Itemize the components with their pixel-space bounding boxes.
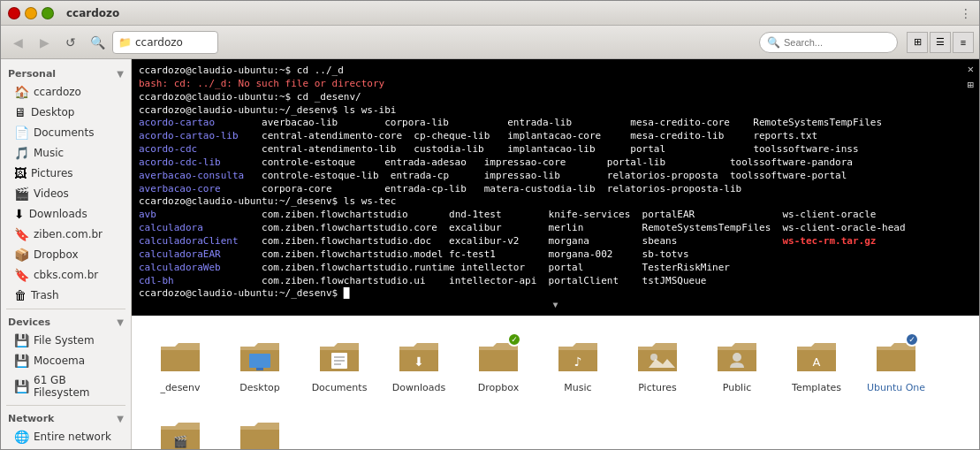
folder-svg-documents bbox=[318, 339, 361, 375]
minimize-button[interactable] bbox=[25, 7, 37, 19]
folder-icon-wrap-desenv bbox=[159, 336, 201, 378]
close-button[interactable] bbox=[8, 7, 20, 19]
svg-text:🎬: 🎬 bbox=[173, 434, 188, 449]
sidebar-item-dropbox[interactable]: 📦 Dropbox bbox=[4, 245, 128, 264]
sidebar-item-61gb[interactable]: 💾 61 GB Filesystem bbox=[4, 371, 128, 401]
scroll-down-indicator[interactable]: ▼ bbox=[552, 301, 558, 310]
file-item-workspace[interactable]: workspace bbox=[220, 404, 300, 449]
sidebar-item-filesystem[interactable]: 💾 File System bbox=[4, 331, 128, 350]
personal-section-arrow[interactable]: ▼ bbox=[117, 69, 124, 79]
file-item-pictures[interactable]: Pictures bbox=[618, 324, 697, 404]
file-label-public: Public bbox=[723, 382, 752, 393]
mocoema-icon: 💾 bbox=[14, 354, 29, 368]
file-label-ubuntu-one: Ubuntu One bbox=[867, 382, 925, 393]
icon-view-button[interactable]: ⊞ bbox=[907, 32, 928, 53]
dropbox-badge: ✓ bbox=[507, 332, 521, 347]
file-item-music[interactable]: ♪ Music bbox=[538, 324, 618, 404]
devices-section-arrow[interactable]: ▼ bbox=[117, 317, 124, 327]
svg-rect-0 bbox=[249, 354, 270, 368]
folder-icon-wrap-music: ♪ bbox=[557, 336, 599, 378]
sidebar-item-videos[interactable]: 🎬 Videos bbox=[4, 184, 128, 203]
view-buttons: ⊞ ☰ ≡ bbox=[907, 32, 974, 53]
folder-svg-templates: A bbox=[795, 339, 838, 375]
network-icon: 🌐 bbox=[14, 430, 29, 444]
sidebar-label-desktop: Desktop bbox=[31, 106, 75, 118]
sidebar-label-ccardozo: ccardozo bbox=[34, 86, 81, 98]
compact-view-button[interactable]: ≡ bbox=[953, 32, 974, 53]
search-button[interactable]: 🔍 bbox=[86, 31, 109, 54]
file-item-dropbox[interactable]: ✓ Dropbox bbox=[459, 324, 538, 404]
address-text: ccardozo bbox=[135, 36, 183, 49]
sidebar-label-mocoema: Mocoema bbox=[34, 355, 85, 367]
sidebar-item-downloads[interactable]: ⬇ Downloads bbox=[4, 204, 128, 224]
address-folder-icon: 📁 bbox=[118, 36, 132, 49]
folder-svg-desktop bbox=[239, 339, 281, 375]
search-bar[interactable]: 🔍 bbox=[759, 32, 898, 53]
file-item-documents[interactable]: Documents bbox=[300, 324, 379, 404]
documents-icon: 📄 bbox=[14, 126, 29, 140]
terminal[interactable]: ✕ ⊞ ccardozo@claudio-ubuntu:~$ cd ../_d … bbox=[132, 59, 979, 316]
devices-section-header: Devices ▼ bbox=[1, 313, 131, 330]
sidebar-label-cbks: cbks.com.br bbox=[34, 269, 98, 281]
folder-icon-wrap-templates: A bbox=[795, 336, 838, 378]
videos-icon: 🎬 bbox=[14, 187, 29, 201]
file-item-public[interactable]: Public bbox=[697, 324, 777, 404]
sidebar-label-documents: Documents bbox=[34, 126, 94, 139]
titlebar: ccardozo ⋮ bbox=[1, 1, 979, 26]
file-item-desktop[interactable]: Desktop bbox=[220, 324, 300, 404]
sidebar-item-ccardozo[interactable]: 🏠 ccardozo bbox=[4, 82, 128, 102]
folder-icon-wrap-documents bbox=[318, 336, 361, 378]
sidebar-item-trash[interactable]: 🗑 Trash bbox=[4, 286, 128, 305]
file-item-ubuntu-one[interactable]: ✓ Ubuntu One bbox=[856, 324, 936, 404]
file-item-videos[interactable]: 🎬 Videos bbox=[141, 404, 220, 449]
maximize-button[interactable] bbox=[42, 7, 54, 19]
main-window: ccardozo ⋮ ◀ ▶ ↺ 🔍 📁 ccardozo 🔍 ⊞ ☰ ≡ Pe… bbox=[0, 0, 980, 450]
sidebar-item-pictures[interactable]: 🖼 Pictures bbox=[4, 164, 128, 183]
sidebar-item-ziben[interactable]: 🔖 ziben.com.br bbox=[4, 225, 128, 244]
content-area: ✕ ⊞ ccardozo@claudio-ubuntu:~$ cd ../_d … bbox=[132, 59, 979, 449]
files-grid: _desenv Desktop bbox=[132, 316, 979, 449]
svg-point-9 bbox=[733, 353, 741, 362]
toolbar: ◀ ▶ ↺ 🔍 📁 ccardozo 🔍 ⊞ ☰ ≡ bbox=[1, 26, 979, 59]
bookmark-icon: 🔖 bbox=[14, 227, 29, 241]
filesystem-icon: 💾 bbox=[14, 333, 29, 347]
sidebar-label-videos: Videos bbox=[34, 187, 69, 200]
sidebar-label-ziben: ziben.com.br bbox=[34, 228, 103, 240]
folder-svg-videos: 🎬 bbox=[159, 419, 201, 450]
svg-text:⬇: ⬇ bbox=[414, 355, 424, 369]
ubuntu-one-badge: ✓ bbox=[905, 332, 919, 347]
divider-1 bbox=[6, 309, 125, 309]
sidebar-item-entire-network[interactable]: 🌐 Entire network bbox=[4, 427, 128, 446]
window-title: ccardozo bbox=[66, 7, 119, 19]
file-label-pictures: Pictures bbox=[638, 382, 677, 393]
search-input[interactable] bbox=[784, 37, 890, 48]
folder-svg-public bbox=[716, 339, 758, 375]
address-bar[interactable]: 📁 ccardozo bbox=[112, 31, 218, 54]
search-icon: 🔍 bbox=[767, 36, 780, 49]
sidebar-item-music[interactable]: 🎵 Music bbox=[4, 143, 128, 163]
file-item-downloads[interactable]: ⬇ Downloads bbox=[379, 324, 459, 404]
file-item-desenv[interactable]: _desenv bbox=[141, 324, 220, 404]
file-item-templates[interactable]: A Templates bbox=[777, 324, 856, 404]
window-menu-icon[interactable]: ⋮ bbox=[960, 6, 972, 20]
disk-icon: 💾 bbox=[14, 379, 29, 393]
forward-button[interactable]: ▶ bbox=[33, 31, 56, 54]
personal-section-header: Personal ▼ bbox=[1, 65, 131, 81]
svg-text:A: A bbox=[813, 355, 821, 369]
sidebar-item-documents[interactable]: 📄 Documents bbox=[4, 123, 128, 142]
file-label-downloads: Downloads bbox=[392, 382, 445, 393]
network-section-arrow[interactable]: ▼ bbox=[117, 414, 124, 423]
sidebar-item-cbks[interactable]: 🔖 cbks.com.br bbox=[4, 265, 128, 285]
folder-icon-wrap-dropbox: ✓ bbox=[477, 336, 520, 378]
sidebar-item-mocoema[interactable]: 💾 Mocoema bbox=[4, 351, 128, 370]
terminal-close-icon[interactable]: ✕ bbox=[968, 63, 974, 76]
sidebar-label-dropbox: Dropbox bbox=[34, 248, 79, 261]
list-view-button[interactable]: ☰ bbox=[930, 32, 951, 53]
back-button[interactable]: ◀ bbox=[6, 31, 29, 54]
terminal-expand-icon[interactable]: ⊞ bbox=[968, 79, 974, 92]
refresh-button[interactable]: ↺ bbox=[59, 31, 82, 54]
folder-svg-music: ♪ bbox=[557, 339, 599, 375]
file-label-desenv: _desenv bbox=[160, 382, 200, 393]
bookmark2-icon: 🔖 bbox=[14, 268, 29, 282]
sidebar-item-desktop[interactable]: 🖥 Desktop bbox=[4, 103, 128, 122]
